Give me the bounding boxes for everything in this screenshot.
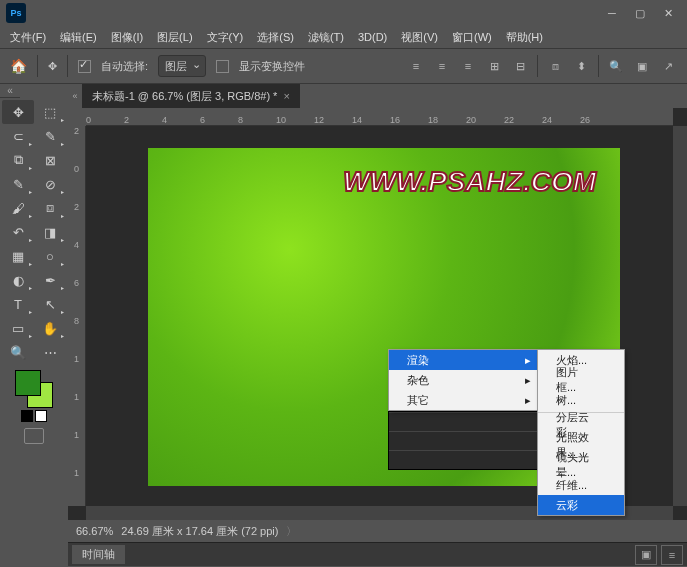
dodge-tool[interactable]: ◐▸ bbox=[2, 268, 34, 292]
eraser-tool[interactable]: ◨▸ bbox=[34, 220, 66, 244]
ruler-corner bbox=[68, 108, 86, 126]
menu-item[interactable]: 杂色▸ bbox=[389, 370, 537, 390]
ruler-vertical[interactable]: 2024681111 bbox=[68, 126, 86, 506]
canvas-watermark-text: WWW.PSAHZ.COM bbox=[343, 166, 596, 198]
workspace-icon[interactable]: ▣ bbox=[633, 57, 651, 75]
panel-btn-1[interactable]: ▣ bbox=[635, 545, 657, 565]
menu-filter[interactable]: 滤镜(T) bbox=[304, 30, 348, 45]
hand-tool[interactable]: ✋▸ bbox=[34, 316, 66, 340]
titlebar: Ps ─ ▢ ✕ bbox=[0, 0, 687, 26]
path-tool[interactable]: ↖▸ bbox=[34, 292, 66, 316]
close-button[interactable]: ✕ bbox=[655, 2, 681, 24]
zoom-level[interactable]: 66.67% bbox=[76, 525, 113, 537]
quickmask-toggle[interactable] bbox=[24, 428, 44, 444]
scrollbar-vertical[interactable] bbox=[673, 126, 687, 506]
move-tool-icon: ✥ bbox=[48, 60, 57, 73]
3d-mode-icon[interactable]: ⧈ bbox=[546, 57, 564, 75]
distribute-1-icon[interactable]: ⊞ bbox=[485, 57, 503, 75]
doc-dimensions: 24.69 厘米 x 17.64 厘米 (72 ppi) bbox=[121, 524, 278, 539]
minimize-button[interactable]: ─ bbox=[599, 2, 625, 24]
align-center-icon[interactable]: ≡ bbox=[433, 57, 451, 75]
options-bar: 🏠 ✥ 自动选择: 图层 显示变换控件 ≡ ≡ ≡ ⊞ ⊟ ⧈ ⬍ 🔍 ▣ ↗ bbox=[0, 48, 687, 84]
menu-select[interactable]: 选择(S) bbox=[253, 30, 298, 45]
marquee-tool[interactable]: ⬚▸ bbox=[34, 100, 66, 124]
auto-select-label: 自动选择: bbox=[101, 59, 148, 74]
eyedropper-tool[interactable]: ✎▸ bbox=[2, 172, 34, 196]
workspace: « 未标题-1 @ 66.7% (图层 3, RGB/8#) * × 02468… bbox=[68, 84, 687, 566]
app-logo: Ps bbox=[6, 3, 26, 23]
toolbox: « ✥ ⬚▸ ⊂▸ ✎▸ ⧉▸ ⊠ ✎▸ ⊘▸ 🖌▸ ⧈▸ ↶▸ ◨▸ ▦▸ ○… bbox=[0, 84, 68, 566]
divider bbox=[598, 55, 599, 77]
swap-colors-icon[interactable] bbox=[35, 410, 47, 422]
divider bbox=[537, 55, 538, 77]
blur-tool[interactable]: ○▸ bbox=[34, 244, 66, 268]
timeline-tab[interactable]: 时间轴 bbox=[72, 545, 125, 564]
shape-tool[interactable]: ▭▸ bbox=[2, 316, 34, 340]
quickselect-tool[interactable]: ✎▸ bbox=[34, 124, 66, 148]
status-menu-icon[interactable]: 〉 bbox=[286, 524, 297, 539]
document-tab[interactable]: 未标题-1 @ 66.7% (图层 3, RGB/8#) * × bbox=[82, 84, 300, 108]
heal-tool[interactable]: ⊘▸ bbox=[34, 172, 66, 196]
menu-item[interactable]: 云彩 bbox=[538, 495, 624, 515]
menu-3d[interactable]: 3D(D) bbox=[354, 31, 391, 43]
menu-file[interactable]: 文件(F) bbox=[6, 30, 50, 45]
show-transform-label: 显示变换控件 bbox=[239, 59, 305, 74]
canvas-area: 02468101214161820222426 2024681111 WWW.P… bbox=[68, 108, 687, 520]
text-tool[interactable]: T▸ bbox=[2, 292, 34, 316]
distribute-2-icon[interactable]: ⊟ bbox=[511, 57, 529, 75]
status-bar: 66.67% 24.69 厘米 x 17.64 厘米 (72 ppi) 〉 bbox=[68, 520, 687, 542]
menu-item[interactable]: 纤维... bbox=[538, 475, 624, 495]
menu-layer[interactable]: 图层(L) bbox=[153, 30, 196, 45]
align-right-icon[interactable]: ≡ bbox=[459, 57, 477, 75]
main-area: « ✥ ⬚▸ ⊂▸ ✎▸ ⧉▸ ⊠ ✎▸ ⊘▸ 🖌▸ ⧈▸ ↶▸ ◨▸ ▦▸ ○… bbox=[0, 84, 687, 566]
divider bbox=[37, 55, 38, 77]
menu-item[interactable]: 树... bbox=[538, 390, 624, 410]
fg-color-swatch[interactable] bbox=[15, 370, 41, 396]
close-tab-icon[interactable]: × bbox=[283, 90, 289, 102]
panel-btn-2[interactable]: ≡ bbox=[661, 545, 683, 565]
document-canvas[interactable]: WWW.PSAHZ.COM 渲染▸杂色▸其它▸ 火焰...图片框...树...分… bbox=[148, 148, 620, 486]
render-submenu: 火焰...图片框...树...分层云彩光照效果...镜头光晕...纤维...云彩 bbox=[537, 349, 625, 516]
toolbox-collapse[interactable]: « bbox=[0, 84, 20, 98]
align-left-icon[interactable]: ≡ bbox=[407, 57, 425, 75]
color-swatches bbox=[0, 366, 68, 448]
gradient-tool[interactable]: ▦▸ bbox=[2, 244, 34, 268]
crop-tool[interactable]: ⧉▸ bbox=[2, 148, 34, 172]
menu-window[interactable]: 窗口(W) bbox=[448, 30, 496, 45]
menu-item[interactable]: 渲染▸ bbox=[389, 350, 537, 370]
menubar: 文件(F) 编辑(E) 图像(I) 图层(L) 文字(Y) 选择(S) 滤镜(T… bbox=[0, 26, 687, 48]
menu-text[interactable]: 文字(Y) bbox=[203, 30, 248, 45]
frame-tool[interactable]: ⊠ bbox=[34, 148, 66, 172]
show-transform-checkbox[interactable] bbox=[216, 60, 229, 73]
divider bbox=[67, 55, 68, 77]
default-colors-icon[interactable] bbox=[21, 410, 33, 422]
doctabs-collapse[interactable]: « bbox=[68, 91, 82, 101]
bottom-panel: 时间轴 ▣ ≡ bbox=[68, 542, 687, 566]
empty-list-panel bbox=[388, 411, 538, 470]
home-icon[interactable]: 🏠 bbox=[10, 58, 27, 74]
menu-edit[interactable]: 编辑(E) bbox=[56, 30, 101, 45]
menu-help[interactable]: 帮助(H) bbox=[502, 30, 547, 45]
menu-item[interactable]: 图片框... bbox=[538, 370, 624, 390]
align-3d-icon[interactable]: ⬍ bbox=[572, 57, 590, 75]
history-tool[interactable]: ↶▸ bbox=[2, 220, 34, 244]
menu-item[interactable]: 镜头光晕... bbox=[538, 455, 624, 475]
filter-submenu: 渲染▸杂色▸其它▸ bbox=[388, 349, 538, 411]
zoom-tool[interactable]: 🔍 bbox=[2, 340, 34, 364]
share-icon[interactable]: ↗ bbox=[659, 57, 677, 75]
maximize-button[interactable]: ▢ bbox=[627, 2, 653, 24]
clone-tool[interactable]: ⧈▸ bbox=[34, 196, 66, 220]
brush-tool[interactable]: 🖌▸ bbox=[2, 196, 34, 220]
pen-tool[interactable]: ✒▸ bbox=[34, 268, 66, 292]
document-tab-label: 未标题-1 @ 66.7% (图层 3, RGB/8#) * bbox=[92, 89, 277, 104]
edit-toolbar[interactable]: ⋯ bbox=[34, 340, 66, 364]
search-icon[interactable]: 🔍 bbox=[607, 57, 625, 75]
auto-select-checkbox[interactable] bbox=[78, 60, 91, 73]
lasso-tool[interactable]: ⊂▸ bbox=[2, 124, 34, 148]
menu-item[interactable]: 其它▸ bbox=[389, 390, 537, 410]
layer-scope-dropdown[interactable]: 图层 bbox=[158, 55, 206, 77]
menu-image[interactable]: 图像(I) bbox=[107, 30, 147, 45]
menu-view[interactable]: 视图(V) bbox=[397, 30, 442, 45]
move-tool[interactable]: ✥ bbox=[2, 100, 34, 124]
ruler-horizontal[interactable]: 02468101214161820222426 bbox=[86, 108, 673, 126]
